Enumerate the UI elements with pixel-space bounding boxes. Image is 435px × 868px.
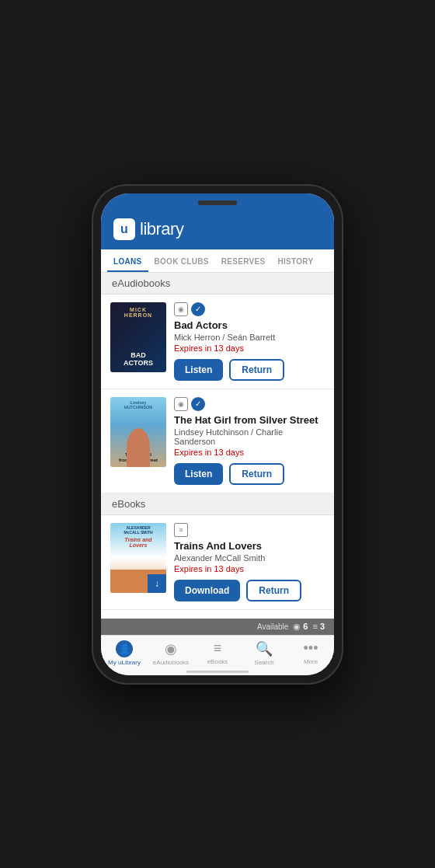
trains-author: Alexander McCall Smith bbox=[174, 553, 325, 563]
check-icon-2: ✓ bbox=[191, 397, 205, 411]
ebook-icon: ≡ bbox=[174, 523, 188, 537]
home-indicator bbox=[101, 669, 334, 675]
bad-actors-author: Mick Herron / Seán Barrett bbox=[174, 333, 325, 342]
logo-box: u bbox=[113, 218, 135, 240]
nav-item-search[interactable]: 🔍 Search bbox=[245, 640, 284, 666]
bad-actors-actions: Listen Return bbox=[174, 359, 325, 381]
bad-actors-author-cover: MICKHERRON bbox=[113, 307, 163, 319]
trains-return-button[interactable]: Return bbox=[246, 580, 301, 601]
app-header: u library bbox=[101, 212, 334, 249]
logo-u-letter: u bbox=[120, 223, 128, 235]
tab-loans[interactable]: LOANS bbox=[107, 249, 148, 272]
hat-girl-actions: Listen Return bbox=[174, 463, 325, 485]
hat-girl-info: ◉ ✓ The Hat Girl from Silver Street Lind… bbox=[174, 397, 325, 485]
phone-frame: u library LOANS BOOK CLUBS RESERVES HIST… bbox=[93, 186, 342, 683]
bad-actors-title: Bad Actors bbox=[174, 319, 325, 331]
trains-expiry: Expires in 13 days bbox=[174, 564, 325, 573]
ebook-count-icon: ≡ bbox=[312, 622, 317, 631]
hat-girl-return-button[interactable]: Return bbox=[229, 463, 284, 485]
eaudiobooks-label: eAudiobooks bbox=[153, 659, 189, 666]
audio-icon: ◉ bbox=[174, 302, 188, 316]
eaudiobooks-icon: ◉ bbox=[165, 640, 177, 657]
phone-screen: u library LOANS BOOK CLUBS RESERVES HIST… bbox=[101, 193, 334, 675]
search-label: Search bbox=[254, 659, 273, 666]
bad-actors-icons: ◉ ✓ bbox=[174, 302, 325, 316]
trains-actions: Download Return bbox=[174, 580, 325, 601]
download-arrow-icon: ↓ bbox=[155, 578, 159, 589]
ebooks-label: eBooks bbox=[207, 658, 228, 665]
hat-girl-title: The Hat Girl from Silver Street bbox=[174, 414, 325, 426]
nav-item-my-ulibrary[interactable]: 👤 My uLibrary bbox=[105, 640, 144, 666]
available-label: Available bbox=[257, 622, 288, 631]
hat-girl-author-cover: LindseyHUTCHINSON bbox=[124, 400, 153, 410]
book-item-bad-actors: MICKHERRON BADACTORS ◉ ✓ Bad Actors Mick… bbox=[101, 295, 334, 389]
bad-actors-return-button[interactable]: Return bbox=[229, 359, 284, 381]
my-ulibrary-label: My uLibrary bbox=[108, 659, 141, 666]
more-icon: ••• bbox=[304, 640, 318, 657]
content-area: eAudiobooks MICKHERRON BADACTORS ◉ ✓ Bad… bbox=[101, 273, 334, 619]
hat-girl-icons: ◉ ✓ bbox=[174, 397, 325, 411]
logo-text: library bbox=[140, 219, 183, 239]
tab-history[interactable]: HISTORY bbox=[271, 249, 319, 272]
status-bar bbox=[101, 193, 334, 212]
book-cover-hat-girl: LindseyHUTCHINSON The Hat Girlfrom Silve… bbox=[110, 397, 166, 467]
audiobook-count-icon: ◉ bbox=[293, 622, 301, 632]
trains-info: ≡ Trains And Lovers Alexander McCall Smi… bbox=[174, 523, 325, 601]
speaker-notch bbox=[198, 200, 237, 205]
book-item-hat-girl: LindseyHUTCHINSON The Hat Girlfrom Silve… bbox=[101, 389, 334, 493]
book-cover-bad-actors: MICKHERRON BADACTORS bbox=[110, 302, 166, 372]
check-icon: ✓ bbox=[191, 302, 205, 316]
trains-title: Trains And Lovers bbox=[174, 540, 325, 552]
hat-girl-author: Lindsey Hutchinson / Charlie Sanderson bbox=[174, 427, 325, 446]
trains-icons: ≡ bbox=[174, 523, 325, 537]
trains-title-cover: Trains andLovers bbox=[112, 537, 165, 548]
bad-actors-info: ◉ ✓ Bad Actors Mick Herron / Seán Barret… bbox=[174, 302, 325, 381]
hat-girl-expiry: Expires in 13 days bbox=[174, 448, 325, 457]
nav-item-eaudiobooks[interactable]: ◉ eAudiobooks bbox=[151, 640, 190, 666]
tab-book-clubs[interactable]: BOOK CLUBS bbox=[148, 249, 215, 272]
bad-actors-title-cover: BADACTORS bbox=[112, 352, 165, 368]
download-badge: ↓ bbox=[148, 574, 166, 593]
nav-item-ebooks[interactable]: ≡ eBooks bbox=[198, 640, 237, 666]
trains-download-button[interactable]: Download bbox=[174, 580, 240, 601]
nav-tabs: LOANS BOOK CLUBS RESERVES HISTORY bbox=[101, 249, 334, 273]
more-label: More bbox=[304, 658, 318, 665]
trains-author-cover: ALEXANDERMcCALL SMITH bbox=[112, 525, 165, 535]
ebook-count: 3 bbox=[320, 622, 325, 631]
audiobook-count: 6 bbox=[303, 622, 308, 631]
ebooks-icon: ≡ bbox=[214, 640, 222, 657]
home-indicator-bar bbox=[186, 671, 249, 673]
ebooks-section-header: eBooks bbox=[101, 493, 334, 515]
bottom-nav: 👤 My uLibrary ◉ eAudiobooks ≡ eBooks 🔍 S… bbox=[101, 635, 334, 669]
ebook-count-badge: ≡ 3 bbox=[312, 622, 325, 631]
person-icon: 👤 bbox=[116, 640, 133, 657]
audio-icon-2: ◉ bbox=[174, 397, 188, 411]
tab-reserves[interactable]: RESERVES bbox=[215, 249, 272, 272]
nav-item-more[interactable]: ••• More bbox=[291, 640, 330, 666]
bad-actors-expiry: Expires in 13 days bbox=[174, 343, 325, 353]
audiobook-count-badge: ◉ 6 bbox=[293, 622, 308, 632]
search-icon: 🔍 bbox=[256, 640, 273, 657]
hat-girl-listen-button[interactable]: Listen bbox=[174, 463, 223, 485]
hat-girl-figure bbox=[127, 428, 150, 467]
book-cover-trains: ALEXANDERMcCALL SMITH Trains andLovers ↓ bbox=[110, 523, 166, 593]
bad-actors-listen-button[interactable]: Listen bbox=[174, 359, 223, 381]
book-item-trains: ALEXANDERMcCALL SMITH Trains andLovers ↓… bbox=[101, 515, 334, 610]
audiobooks-section-header: eAudiobooks bbox=[101, 273, 334, 295]
bottom-status-bar: Available ◉ 6 ≡ 3 bbox=[101, 619, 334, 635]
